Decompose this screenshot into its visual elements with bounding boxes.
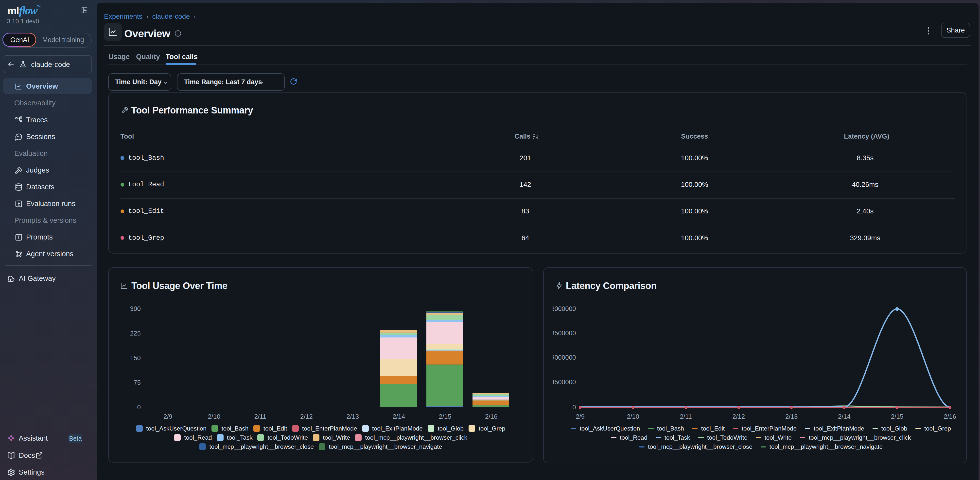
svg-text:75: 75	[134, 379, 141, 386]
svg-text:0: 0	[572, 403, 576, 410]
svg-text:2/10: 2/10	[627, 413, 640, 420]
svg-text:2/12: 2/12	[732, 413, 745, 420]
svg-text:2/14: 2/14	[838, 413, 851, 420]
svg-text:2/9: 2/9	[164, 413, 172, 420]
svg-text:300: 300	[130, 305, 141, 312]
svg-text:2/12: 2/12	[300, 413, 313, 420]
svg-text:2/14: 2/14	[393, 413, 405, 420]
svg-text:2/16: 2/16	[485, 413, 498, 420]
svg-text:2/13: 2/13	[785, 413, 798, 420]
svg-text:2/16: 2/16	[944, 413, 956, 420]
svg-text:150: 150	[130, 354, 141, 361]
svg-text:2/9: 2/9	[576, 413, 585, 420]
svg-text:4500000: 4500000	[551, 378, 576, 385]
svg-text:18000000: 18000000	[547, 305, 576, 312]
svg-text:2/13: 2/13	[346, 413, 359, 420]
svg-text:9000000: 9000000	[551, 354, 576, 361]
svg-text:2/11: 2/11	[680, 413, 692, 420]
svg-text:225: 225	[130, 330, 141, 337]
svg-text:2/10: 2/10	[208, 413, 220, 420]
svg-text:13500000: 13500000	[547, 330, 576, 337]
svg-text:2/11: 2/11	[255, 413, 266, 420]
svg-text:2/15: 2/15	[891, 413, 904, 420]
svg-text:2/15: 2/15	[439, 413, 451, 420]
svg-text:0: 0	[137, 404, 141, 411]
